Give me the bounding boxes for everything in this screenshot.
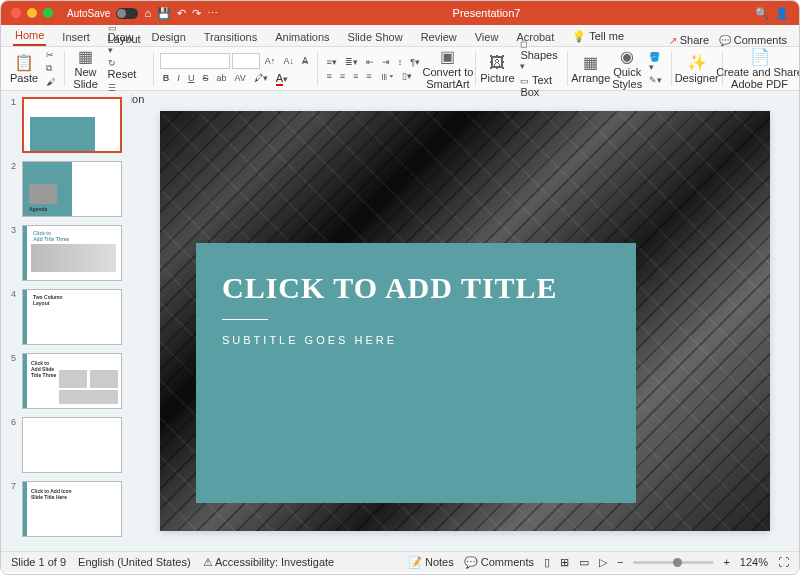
save-icon[interactable]: 💾 bbox=[157, 7, 171, 20]
title-placeholder[interactable]: CLICK TO ADD TITLE SUBTITLE GOES HERE bbox=[196, 243, 636, 503]
layout-button[interactable]: ▭ Layout ▾ bbox=[105, 22, 148, 56]
font-color-button[interactable]: A▾ bbox=[273, 71, 291, 85]
arrange-label: Arrange bbox=[571, 72, 610, 84]
adobe-pdf-button[interactable]: 📄Create and Share Adobe PDF bbox=[728, 45, 791, 92]
picture-button[interactable]: 🖼Picture bbox=[481, 52, 513, 86]
underline-button[interactable]: U bbox=[185, 72, 198, 84]
smartart-icon: ▣ bbox=[440, 47, 455, 66]
thumbnail-6[interactable]: 6Section Header bbox=[11, 417, 127, 473]
line-spacing-button[interactable]: ↕ bbox=[395, 56, 406, 68]
strike-button[interactable]: S bbox=[199, 72, 211, 84]
format-painter-button[interactable]: 🖌 bbox=[43, 76, 58, 88]
highlight-button[interactable]: 🖍▾ bbox=[251, 72, 271, 84]
autosave-toggle[interactable] bbox=[116, 8, 138, 19]
notes-button[interactable]: 📝 Notes bbox=[408, 556, 454, 569]
bold-button[interactable]: B bbox=[160, 72, 173, 84]
thumb7-title: Click to Add Icon Slide Title Here bbox=[31, 488, 72, 500]
justify-button[interactable]: ≡ bbox=[363, 70, 374, 82]
thumb1-title: CLICK TO ADD TITLE bbox=[33, 121, 84, 127]
tellme-label: Tell me bbox=[589, 30, 624, 42]
slide-title[interactable]: CLICK TO ADD TITLE bbox=[222, 271, 610, 305]
accessibility-status[interactable]: ⚠ Accessibility: Investigate bbox=[203, 556, 335, 569]
thumbnail-4[interactable]: 4Two Column Layout bbox=[11, 289, 127, 345]
home-icon[interactable]: ⌂ bbox=[144, 7, 151, 19]
zoom-slider[interactable] bbox=[633, 561, 713, 564]
thumbnail-7[interactable]: 7Click to Add Icon Slide Title Here bbox=[11, 481, 127, 537]
bullets-button[interactable]: ≡▾ bbox=[323, 56, 339, 68]
user-icon[interactable]: 👤 bbox=[775, 7, 789, 20]
columns-button[interactable]: ⫼▾ bbox=[377, 70, 397, 82]
tab-transitions[interactable]: Transitions bbox=[202, 28, 259, 46]
thumbnail-1[interactable]: 1CLICK TO ADD TITLE bbox=[11, 97, 127, 153]
copy-button[interactable]: ⧉ bbox=[43, 62, 58, 75]
tab-review[interactable]: Review bbox=[419, 28, 459, 46]
reset-button[interactable]: ↻ Reset bbox=[105, 57, 148, 81]
tab-view[interactable]: View bbox=[473, 28, 501, 46]
font-size-select[interactable] bbox=[232, 53, 260, 69]
shadow-button[interactable]: ab bbox=[213, 72, 229, 84]
align-text-button[interactable]: ▯▾ bbox=[399, 70, 415, 82]
increase-indent-button[interactable]: ⇥ bbox=[379, 56, 393, 68]
close-icon[interactable] bbox=[11, 8, 21, 18]
picture-icon: 🖼 bbox=[489, 54, 505, 72]
text-direction-button[interactable]: ¶▾ bbox=[407, 56, 423, 68]
shapes-label: Shapes bbox=[520, 49, 557, 61]
redo-icon[interactable]: ↷ bbox=[192, 7, 201, 20]
comments-status-button[interactable]: 💬 Comments bbox=[464, 556, 534, 569]
shape-fill-button[interactable]: 🪣▾ bbox=[646, 51, 665, 73]
spacing-button[interactable]: AV bbox=[231, 72, 248, 84]
acc-label: Accessibility: Investigate bbox=[215, 556, 334, 568]
thumbnail-3[interactable]: 3Click to Add Title Three bbox=[11, 225, 127, 281]
quick-styles-button[interactable]: ◉Quick Styles bbox=[612, 45, 642, 92]
share-label: Share bbox=[680, 34, 709, 46]
tab-slideshow[interactable]: Slide Show bbox=[346, 28, 405, 46]
align-center-button[interactable]: ≡ bbox=[337, 70, 348, 82]
minimize-icon[interactable] bbox=[27, 8, 37, 18]
tab-insert[interactable]: Insert bbox=[60, 28, 92, 46]
tab-design[interactable]: Design bbox=[150, 28, 188, 46]
fit-window-icon[interactable]: ⛶ bbox=[778, 556, 789, 568]
align-right-button[interactable]: ≡ bbox=[350, 70, 361, 82]
numbering-button[interactable]: ≣▾ bbox=[342, 56, 361, 68]
zoom-in-button[interactable]: + bbox=[723, 556, 729, 568]
shape-outline-button[interactable]: ✎▾ bbox=[646, 74, 665, 86]
divider-line bbox=[222, 319, 268, 320]
undo-icon[interactable]: ↶ bbox=[177, 7, 186, 20]
language-indicator[interactable]: English (United States) bbox=[78, 556, 191, 568]
new-slide-button[interactable]: ▦New Slide bbox=[71, 45, 101, 92]
zoom-out-button[interactable]: − bbox=[617, 556, 623, 568]
shapes-button[interactable]: ◻ Shapes ▾ bbox=[517, 38, 560, 72]
share-button[interactable]: ↗ Share bbox=[669, 34, 709, 46]
tab-home[interactable]: Home bbox=[13, 26, 46, 46]
thumbnail-2[interactable]: 2Agenda bbox=[11, 161, 127, 217]
zoom-level[interactable]: 124% bbox=[740, 556, 768, 568]
decrease-indent-button[interactable]: ⇤ bbox=[363, 56, 377, 68]
slideshow-view-icon[interactable]: ▷ bbox=[599, 556, 607, 569]
align-left-button[interactable]: ≡ bbox=[323, 70, 334, 82]
thumbnail-5[interactable]: 5Click to Add Slide Title Three bbox=[11, 353, 127, 409]
thumb2-title: Agenda bbox=[29, 206, 47, 212]
arrange-icon: ▦ bbox=[583, 53, 598, 72]
maximize-icon[interactable] bbox=[43, 8, 53, 18]
convert-smartart-button[interactable]: ▣Convert to SmartArt bbox=[427, 45, 469, 92]
decrease-font-button[interactable]: A↓ bbox=[280, 55, 297, 67]
tab-animations[interactable]: Animations bbox=[273, 28, 331, 46]
current-slide[interactable]: CLICK TO ADD TITLE SUBTITLE GOES HERE bbox=[160, 111, 770, 531]
designer-icon: ✨ bbox=[687, 53, 707, 72]
slide-subtitle[interactable]: SUBTITLE GOES HERE bbox=[222, 334, 610, 346]
normal-view-icon[interactable]: ▯ bbox=[544, 556, 550, 569]
designer-button[interactable]: ✨Designer bbox=[678, 51, 716, 86]
tellme[interactable]: 💡 Tell me bbox=[570, 27, 626, 46]
cut-button[interactable]: ✂ bbox=[43, 49, 58, 61]
italic-button[interactable]: I bbox=[174, 72, 183, 84]
arrange-button[interactable]: ▦Arrange bbox=[573, 51, 608, 86]
search-icon[interactable]: 🔍 bbox=[755, 7, 769, 20]
increase-font-button[interactable]: A↑ bbox=[262, 55, 279, 67]
paste-button[interactable]: 📋Paste bbox=[9, 51, 39, 86]
more-icon[interactable]: ⋯ bbox=[207, 7, 218, 20]
reading-view-icon[interactable]: ▭ bbox=[579, 556, 589, 569]
clear-format-button[interactable]: A̶ bbox=[299, 55, 311, 67]
font-select[interactable] bbox=[160, 53, 230, 69]
sorter-view-icon[interactable]: ⊞ bbox=[560, 556, 569, 569]
slide-counter[interactable]: Slide 1 of 9 bbox=[11, 556, 66, 568]
